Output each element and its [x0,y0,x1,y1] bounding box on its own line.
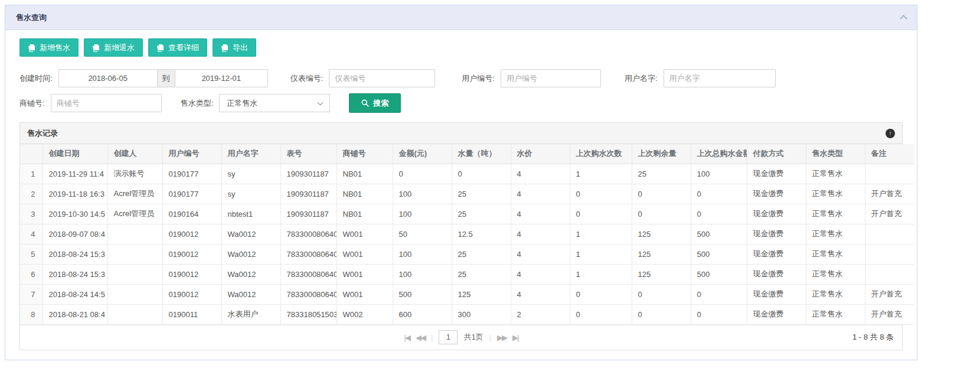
toolbar-button-3[interactable]: 查看详细 [148,38,207,57]
toolbar-button-1[interactable]: 新增售水 [19,38,79,57]
file-icon [156,44,164,52]
row-index-cell: 3 [20,204,43,224]
toolbar-button-label: 查看详细 [168,43,199,53]
column-header: 用户名字 [221,144,280,164]
page-number-input[interactable] [439,330,458,344]
column-header: 表号 [280,144,337,164]
next-page-button[interactable]: ▶▶ [497,333,507,342]
pagination: |◀ ◀◀ | 共1页 | ▶▶ ▶| [404,330,518,344]
table-cell: 现金缴费 [747,244,806,264]
table-cell: 水表用户 [221,304,280,324]
table-cell: 0190177 [162,184,221,204]
table-row[interactable]: 22019-11-18 16:3Acrel管理员0190177sy1909301… [20,184,914,204]
table-cell: 0190164 [162,204,221,224]
table-cell [107,284,162,304]
collapse-panel-icon[interactable] [900,15,907,22]
table-row[interactable]: 52018-08-24 15:30190012Wa001278330008064… [20,244,914,264]
table-cell: 演示账号 [107,164,162,184]
last-page-button[interactable]: ▶| [512,333,518,342]
table-row[interactable]: 32019-10-30 14:5Acrel管理员0190164nbtest119… [20,204,914,224]
table-cell: 开户首充 [865,284,914,304]
table-cell: 125 [632,264,691,284]
table-cell: 正常售水 [806,204,865,224]
table-row[interactable]: 62018-08-24 15:30190012Wa001278330008064… [20,264,914,284]
table-cell: 正常售水 [806,284,865,304]
table-cell: 正常售水 [806,224,865,244]
user-name-input[interactable] [664,69,776,87]
toolbar-button-4[interactable]: 导出 [213,38,256,57]
first-page-button[interactable]: |◀ [404,333,410,342]
table-cell: 500 [393,284,452,304]
table-row[interactable]: 72018-08-24 14:50190012Wa001278330008064… [20,284,914,304]
search-button[interactable]: 搜索 [349,93,401,113]
table-cell: 100 [393,184,452,204]
filter-row-2: 商铺号: 售水类型: 正常售水 搜索 [19,94,903,112]
column-header: 上次购水次数 [570,144,632,164]
table-cell: 0190012 [162,244,221,264]
table-cell: 100 [393,264,452,284]
table-row[interactable]: 82018-08-21 08:40190011水表用户7833180515039… [20,304,914,324]
table-cell: 0 [393,164,452,184]
sale-type-select[interactable]: 正常售水 [219,94,330,112]
shop-no-input[interactable] [51,94,162,112]
table-cell: 4 [511,284,570,304]
column-header: 创建日期 [43,144,107,164]
row-index-cell: 1 [20,164,43,184]
pager-divider: | [489,333,491,342]
table-cell: 现金缴费 [747,304,806,324]
sales-query-panel: 售水查询 新增售水新增退水查看详细导出 创建时间: 到 仪表编号: 用户编号: … [5,5,917,360]
table-cell: 600 [393,304,452,324]
meter-no-input[interactable] [329,69,435,87]
toolbar-button-label: 新增退水 [104,43,135,53]
table-row[interactable]: 42018-09-07 08:40190012Wa001278330008064… [20,224,914,244]
table-cell: 0 [570,304,632,324]
table-cell: 2018-08-24 15:3 [43,264,107,284]
table-cell: 7833180515039 [280,304,337,324]
table-cell: 现金缴费 [747,264,806,284]
table-cell: 2019-11-29 11:4 [43,164,107,184]
table-cell: 0 [691,204,747,224]
table-cell: 500 [691,244,747,264]
table-cell: 500 [691,264,747,284]
table-cell [107,304,162,324]
table-cell: 2 [511,304,570,324]
scroll-top-icon[interactable]: ↑ [886,129,895,138]
table-cell: NB01 [337,204,393,224]
table-cell: nbtest1 [221,204,280,224]
table-cell: 25 [452,244,511,264]
sale-type-label: 售水类型: [181,98,214,109]
table-cell: NB01 [337,164,393,184]
table-cell: 125 [452,284,511,304]
table-cell: 100 [691,164,747,184]
table-cell: 0190177 [162,164,221,184]
table-cell: 0 [632,184,691,204]
table-cell: 4 [511,204,570,224]
table-cell: 1 [570,224,632,244]
table-cell: 1 [570,164,632,184]
table-cell: 100 [393,204,452,224]
prev-page-button[interactable]: ◀◀ [416,333,425,342]
table-cell: 0 [452,164,511,184]
user-no-label: 用户编号: [462,73,495,84]
table-cell: 2018-08-24 14:5 [43,284,107,304]
table-cell: 25 [452,204,511,224]
file-icon [28,44,35,52]
table-cell: 4 [511,164,570,184]
panel-body: 新增售水新增退水查看详细导出 创建时间: 到 仪表编号: 用户编号: 用户名字:… [5,30,917,360]
table-cell [865,164,914,184]
column-header: 创建人 [107,144,162,164]
user-no-input[interactable] [501,69,601,87]
toolbar-button-2[interactable]: 新增退水 [84,38,143,57]
table-cell: 开户首充 [865,184,914,204]
table-row[interactable]: 12019-11-29 11:4演示账号0190177sy1909301187N… [20,164,914,184]
table-cell: Acrel管理员 [107,204,162,224]
column-header: 用户编号 [162,144,221,164]
header-row: 创建日期创建人用户编号用户名字表号商铺号金额(元)水量（吨）水价上次购水次数上次… [20,144,914,164]
shop-no-label: 商铺号: [19,98,45,109]
table-cell [107,244,162,264]
table-cell: 现金缴费 [747,204,806,224]
date-to-input[interactable] [175,69,268,87]
table-cell: NB01 [337,184,393,204]
date-from-input[interactable] [58,69,158,87]
table-cell: 50 [393,224,452,244]
